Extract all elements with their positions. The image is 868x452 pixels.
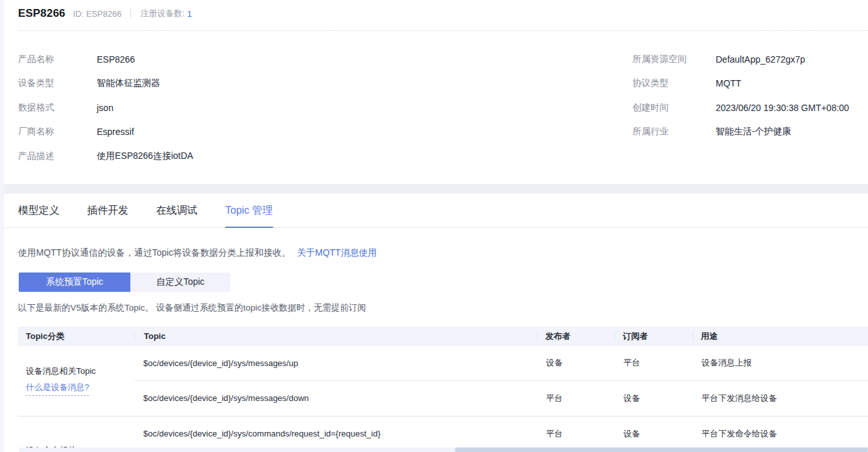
tab-bar: 模型定义 插件开发 在线调试 Topic 管理 xyxy=(0,194,868,228)
product-info-right-column: 所属资源空间 DefaultApp_6272gx7p 协议类型 MQTT 创建时… xyxy=(632,47,868,169)
info-row-manufacturer: 厂商名称 Espressif xyxy=(18,120,632,145)
topic-category-cell: 设备命令相关Topic xyxy=(18,416,134,451)
topic-cell: $oc/devices/{device_id}/sys/messages/up xyxy=(134,346,537,381)
subscriber-cell: 设备 xyxy=(614,381,692,416)
page-title: ESP8266 xyxy=(18,7,65,20)
info-row-device-type: 设备类型 智能体征监测器 xyxy=(18,72,632,96)
topic-note-text: 以下是最新的V5版本的系统Topic。 设备侧通过系统预置的topic接收数据时… xyxy=(0,302,868,314)
tab-plugin-development[interactable]: 插件开发 xyxy=(87,204,128,228)
info-value: 智能生活-个护健康 xyxy=(716,126,791,138)
topic-description-line: 使用MQTT协议通信的设备，通过Topic将设备数据分类上报和接收。 关于MQT… xyxy=(0,247,868,259)
info-value: ESP8266 xyxy=(97,54,135,65)
product-id-label: ID: ESP8266 xyxy=(73,9,121,19)
topic-description-text: 使用MQTT协议通信的设备，通过Topic将设备数据分类上报和接收。 xyxy=(18,247,290,258)
registered-device-count-value: 1 xyxy=(187,9,192,19)
info-label: 厂商名称 xyxy=(18,126,97,138)
topic-table: Topic分类 Topic 发布者 订阅者 用途 设备消息相关Topic 什么是… xyxy=(18,327,868,451)
horizontal-scrollbar-thumb[interactable] xyxy=(455,447,868,452)
what-is-device-message-link[interactable]: 什么是设备消息? xyxy=(26,382,89,396)
info-row-protocol-type: 协议类型 MQTT xyxy=(632,72,868,96)
registered-device-count-label: 注册设备数: xyxy=(140,8,185,19)
purpose-cell: 平台下发命令给设备 xyxy=(692,416,868,451)
tab-online-debugging[interactable]: 在线调试 xyxy=(156,204,197,228)
topic-group-device-messages: 设备消息相关Topic 什么是设备消息? $oc/devices/{device… xyxy=(18,346,868,416)
info-value: json xyxy=(97,103,114,113)
topic-category-label: 设备消息相关Topic xyxy=(26,365,134,377)
topic-cell: $oc/devices/{device_id}/sys/messages/dow… xyxy=(134,381,537,416)
column-header-topic-category: Topic分类 xyxy=(18,331,134,342)
tab-topic-management[interactable]: Topic 管理 xyxy=(225,204,273,228)
subscriber-cell: 设备 xyxy=(614,416,692,451)
tab-model-definition[interactable]: 模型定义 xyxy=(18,204,59,228)
info-label: 协议类型 xyxy=(632,77,716,89)
column-header-subscriber: 订阅者 xyxy=(614,331,692,342)
info-label: 设备类型 xyxy=(18,77,97,89)
info-row-data-format: 数据格式 json xyxy=(18,96,632,120)
system-preset-topic-button[interactable]: 系统预置Topic xyxy=(19,272,130,292)
column-header-purpose: 用途 xyxy=(692,331,868,342)
info-label: 数据格式 xyxy=(18,102,97,114)
info-value: 使用ESP8266连接iotDA xyxy=(97,150,193,162)
section-divider-band xyxy=(0,184,868,194)
info-value: 智能体征监测器 xyxy=(97,77,160,89)
publisher-cell: 平台 xyxy=(537,381,614,416)
info-label: 所属行业 xyxy=(632,126,716,138)
purpose-cell: 平台下发消息给设备 xyxy=(692,381,868,416)
info-row-industry: 所属行业 智能生活-个护健康 xyxy=(632,120,868,145)
publisher-cell: 设备 xyxy=(537,346,614,381)
info-value: MQTT xyxy=(716,78,742,88)
info-value: Espressif xyxy=(97,127,134,137)
topic-group-device-commands: 设备命令相关Topic $oc/devices/{device_id}/sys/… xyxy=(18,416,868,451)
column-header-publisher: 发布者 xyxy=(537,331,614,342)
info-label: 创建时间 xyxy=(632,102,716,114)
page-left-margin xyxy=(0,0,4,452)
product-info-panel: 产品名称 ESP8266 设备类型 智能体征监测器 数据格式 json 厂商名称… xyxy=(0,31,868,169)
info-row-resource-space: 所属资源空间 DefaultApp_6272gx7p xyxy=(632,47,868,72)
header-divider xyxy=(130,9,131,18)
column-header-topic: Topic xyxy=(134,331,537,342)
info-value: DefaultApp_6272gx7p xyxy=(716,54,805,65)
topic-type-toggle: 系统预置Topic 自定义Topic xyxy=(0,272,868,292)
product-info-left-column: 产品名称 ESP8266 设备类型 智能体征监测器 数据格式 json 厂商名称… xyxy=(18,47,632,169)
info-row-product-description: 产品描述 使用ESP8266连接iotDA xyxy=(18,144,632,169)
purpose-cell: 设备消息上报 xyxy=(692,346,868,381)
topic-cell: $oc/devices/{device_id}/sys/commands/req… xyxy=(134,416,537,451)
info-row-product-name: 产品名称 ESP8266 xyxy=(18,47,632,72)
info-row-created-time: 创建时间 2023/06/20 19:30:38 GMT+08:00 xyxy=(632,96,868,120)
info-label: 产品描述 xyxy=(18,150,97,162)
publisher-cell: 平台 xyxy=(537,416,614,451)
horizontal-scrollbar[interactable] xyxy=(19,447,868,452)
custom-topic-button[interactable]: 自定义Topic xyxy=(130,272,230,292)
info-label: 产品名称 xyxy=(18,54,97,65)
info-label: 所属资源空间 xyxy=(632,54,716,65)
subscriber-cell: 平台 xyxy=(614,346,692,381)
topic-table-header: Topic分类 Topic 发布者 订阅者 用途 xyxy=(18,327,868,346)
mqtt-usage-link[interactable]: 关于MQTT消息使用 xyxy=(297,247,377,258)
info-value: 2023/06/20 19:30:38 GMT+08:00 xyxy=(716,103,849,113)
topic-category-cell: 设备消息相关Topic 什么是设备消息? xyxy=(18,346,134,416)
page-header: ESP8266 ID: ESP8266 注册设备数: 1 xyxy=(0,0,868,20)
